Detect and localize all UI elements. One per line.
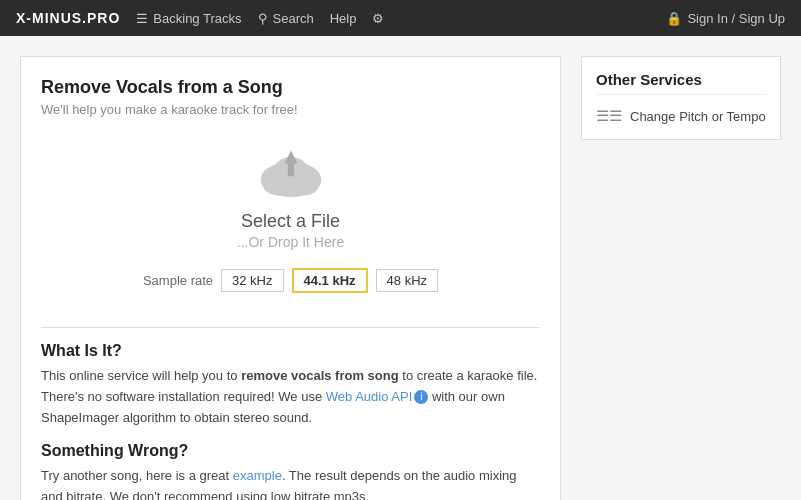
what-is-it-heading: What Is It?	[41, 342, 540, 360]
navbar: X-MINUS.PRO ☰ Backing Tracks ⚲ Search He…	[0, 0, 801, 36]
rate-btn-48[interactable]: 48 kHz	[376, 269, 438, 292]
nav-help[interactable]: Help	[330, 11, 357, 26]
what-is-it-text: This online service will help you to rem…	[41, 366, 540, 428]
upload-area[interactable]: Select a File ...Or Drop It Here Sample …	[41, 121, 540, 313]
upload-cloud-icon	[251, 141, 331, 201]
signin-button[interactable]: 🔒 Sign In / Sign Up	[666, 11, 785, 26]
drop-text: ...Or Drop It Here	[237, 234, 344, 250]
lock-icon: 🔒	[666, 11, 682, 26]
info-badge: i	[414, 390, 428, 404]
something-wrong-heading: Something Wrong?	[41, 442, 540, 460]
brand-logo[interactable]: X-MINUS.PRO	[16, 10, 120, 26]
sidebar-item-label: Change Pitch or Tempo	[630, 109, 766, 124]
sample-rate-label: Sample rate	[143, 273, 213, 288]
what-is-it-text-before: This online service will help you to	[41, 368, 241, 383]
sample-rate-row: Sample rate 32 kHz 44.1 kHz 48 kHz	[143, 268, 438, 293]
web-audio-link[interactable]: Web Audio API	[326, 389, 413, 404]
nav-backing-tracks[interactable]: ☰ Backing Tracks	[136, 11, 241, 26]
nav-search-label: Search	[273, 11, 314, 26]
page-title: Remove Vocals from a Song	[41, 77, 540, 98]
sidebar-title: Other Services	[596, 71, 766, 95]
what-is-it-section: What Is It? This online service will hel…	[41, 342, 540, 428]
select-file-text: Select a File	[241, 211, 340, 232]
nav-backing-tracks-label: Backing Tracks	[153, 11, 241, 26]
pitch-icon: ☰☰	[596, 107, 622, 125]
page-subtitle: We'll help you make a karaoke track for …	[41, 102, 540, 117]
something-wrong-section: Something Wrong? Try another song, here …	[41, 442, 540, 500]
signin-label: Sign In / Sign Up	[687, 11, 785, 26]
rate-btn-44[interactable]: 44.1 kHz	[292, 268, 368, 293]
example-link[interactable]: example	[233, 468, 282, 483]
gear-icon: ⚙	[372, 11, 384, 26]
main-panel: Remove Vocals from a Song We'll help you…	[20, 56, 561, 500]
something-wrong-text: Try another song, here is a great exampl…	[41, 466, 540, 500]
sidebar-panel: Other Services ☰☰ Change Pitch or Tempo	[581, 56, 781, 140]
nav-settings[interactable]: ⚙	[372, 11, 384, 26]
nav-search[interactable]: ⚲ Search	[258, 11, 314, 26]
nav-help-label: Help	[330, 11, 357, 26]
sidebar-item-change-pitch[interactable]: ☰☰ Change Pitch or Tempo	[596, 107, 766, 125]
page-content: Remove Vocals from a Song We'll help you…	[0, 36, 801, 500]
search-icon: ⚲	[258, 11, 268, 26]
rate-btn-32[interactable]: 32 kHz	[221, 269, 283, 292]
something-wrong-before: Try another song, here is a great	[41, 468, 233, 483]
divider-1	[41, 327, 540, 328]
menu-icon: ☰	[136, 11, 148, 26]
remove-vocals-bold: remove vocals from song	[241, 368, 399, 383]
